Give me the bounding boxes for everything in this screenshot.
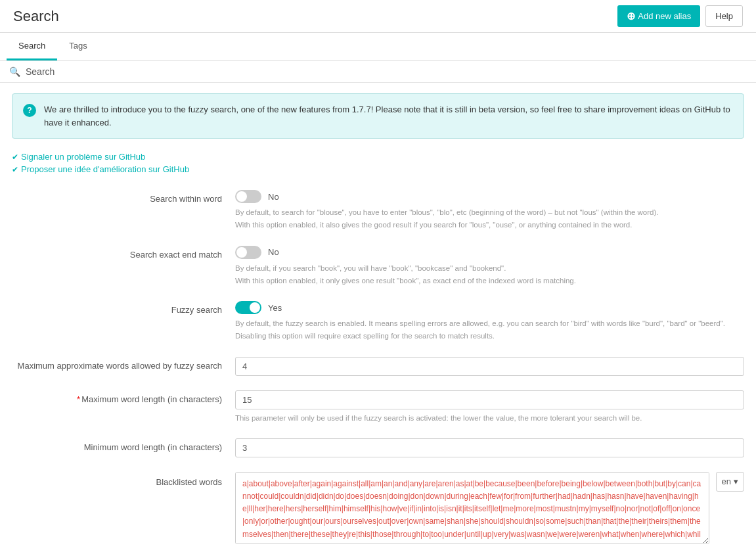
hint-max-word-length: This parameter will only be used if the … — [235, 413, 744, 424]
toggle-label-fuzzy: Yes — [268, 303, 282, 313]
toggle-within-word[interactable] — [235, 190, 261, 203]
blacklisted-words-row: Blacklisted words a|about|above|after|ag… — [12, 472, 744, 544]
toggle-thumb-within-word — [236, 191, 247, 202]
search-icon: 🔍 — [9, 66, 20, 77]
toggle-row-fuzzy: Yes — [235, 301, 744, 314]
search-within-word-row: Search within word No By default, to sea… — [12, 190, 744, 231]
toggle-thumb-fuzzy — [250, 302, 260, 313]
toggle-exact-end[interactable] — [235, 246, 261, 259]
hint-within-word-1: By default, to search for "blouse", you … — [235, 207, 744, 218]
toggle-thumb-exact-end — [236, 247, 247, 258]
toggle-track-fuzzy — [235, 301, 261, 314]
toggle-label-within-word: No — [268, 192, 279, 202]
max-word-length-control: This parameter will only be used if the … — [235, 390, 744, 424]
search-label: Search — [26, 66, 55, 77]
blacklisted-words-label: Blacklisted words — [12, 472, 235, 487]
toggle-row-exact-end: No — [235, 246, 744, 259]
toggle-track-exact-end — [235, 246, 261, 259]
max-word-length-row: *Maximum word length (in characters) Thi… — [12, 390, 744, 424]
page-title: Search — [13, 8, 59, 25]
hint-exact-end-2: With this option enabled, it only gives … — [235, 275, 744, 287]
search-within-word-label: Search within word — [12, 190, 235, 204]
tab-tags[interactable]: Tags — [57, 33, 99, 60]
info-box: ? We are thrilled to introduce you to th… — [12, 93, 744, 139]
toggle-track-within-word — [235, 190, 261, 203]
info-icon: ? — [23, 104, 36, 117]
blacklisted-words-textarea[interactable]: a|about|above|after|again|against|all|am… — [235, 472, 709, 544]
lang-label: en — [722, 476, 731, 486]
proposer-link[interactable]: ✔ Proposer une idée d'amélioration sur G… — [12, 164, 744, 174]
search-exact-end-control: No By default, if you search "book", you… — [235, 246, 744, 287]
max-approx-words-label: Maximum approximate words allowed by fuz… — [12, 357, 235, 371]
min-word-length-row: Minimum word length (in characters) — [12, 438, 744, 457]
max-approx-words-input[interactable] — [235, 357, 744, 376]
add-alias-button[interactable]: ⊕ Add new alias — [617, 5, 700, 27]
min-word-length-label: Minimum word length (in characters) — [12, 438, 235, 452]
tab-bar: Search Tags — [0, 33, 756, 61]
tab-search[interactable]: Search — [7, 33, 57, 60]
hint-fuzzy-2: Disabling this option will require exact… — [235, 331, 744, 342]
search-within-word-control: No By default, to search for "blouse", y… — [235, 190, 744, 231]
min-word-length-input[interactable] — [235, 438, 744, 457]
info-text: We are thrilled to introduce you to the … — [44, 103, 733, 129]
hint-exact-end-1: By default, if you search "book", you wi… — [235, 263, 744, 274]
link-icon-2: ✔ — [12, 165, 18, 174]
max-word-length-input[interactable] — [235, 390, 744, 409]
hint-within-word-2: With this option enabled, it also gives … — [235, 220, 744, 231]
links-section: ✔ Signaler un problème sur GitHub ✔ Prop… — [0, 149, 756, 183]
help-button[interactable]: Help — [705, 5, 743, 27]
fuzzy-search-label: Fuzzy search — [12, 301, 235, 315]
min-word-length-control — [235, 438, 744, 457]
signaler-link[interactable]: ✔ Signaler un problème sur GitHub — [12, 152, 744, 162]
toggle-fuzzy[interactable] — [235, 301, 261, 314]
required-star: * — [77, 394, 80, 404]
toggle-label-exact-end: No — [268, 247, 279, 257]
link-icon-1: ✔ — [12, 152, 18, 162]
toggle-row-within-word: No — [235, 190, 744, 203]
max-approx-words-row: Maximum approximate words allowed by fuz… — [12, 357, 744, 376]
hint-fuzzy-1: By default, the fuzzy search is enabled.… — [235, 318, 744, 329]
plus-icon: ⊕ — [627, 10, 635, 22]
lang-dropdown[interactable]: en ▾ — [716, 472, 744, 492]
blacklisted-words-control: a|about|above|after|again|against|all|am… — [235, 472, 744, 544]
fuzzy-search-row: Fuzzy search Yes By default, the fuzzy s… — [12, 301, 744, 342]
fuzzy-search-control: Yes By default, the fuzzy search is enab… — [235, 301, 744, 342]
page-header: Search ⊕ Add new alias Help — [0, 0, 756, 33]
search-bar: 🔍 Search — [0, 61, 756, 83]
chevron-down-icon: ▾ — [734, 476, 738, 486]
form-section: Search within word No By default, to sea… — [0, 183, 756, 556]
header-actions: ⊕ Add new alias Help — [617, 5, 743, 27]
search-exact-end-label: Search exact end match — [12, 246, 235, 260]
search-exact-end-row: Search exact end match No By default, if… — [12, 246, 744, 287]
max-approx-words-control — [235, 357, 744, 376]
blacklist-row: a|about|above|after|again|against|all|am… — [235, 472, 744, 544]
max-word-length-label: *Maximum word length (in characters) — [12, 390, 235, 404]
main-content: 🔍 Search ? We are thrilled to introduce … — [0, 61, 756, 556]
